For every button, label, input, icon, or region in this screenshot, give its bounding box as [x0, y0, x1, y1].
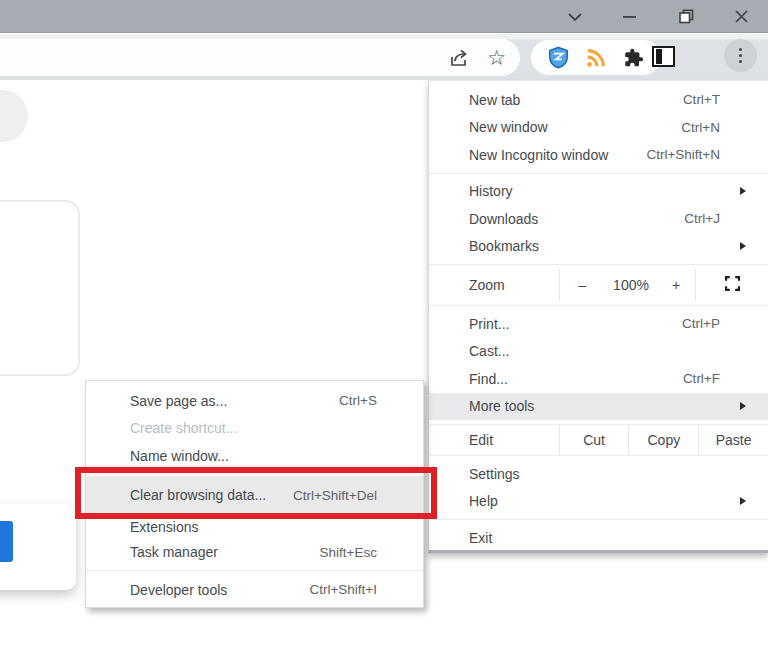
menu-item-bookmarks[interactable]: Bookmarks: [429, 233, 768, 261]
close-button[interactable]: [718, 0, 764, 33]
menu-item-label: New Incognito window: [469, 147, 608, 163]
menu-item-label: Print...: [469, 316, 509, 332]
menu-item-print[interactable]: Print... Ctrl+P: [429, 310, 768, 338]
side-panel-bar: [656, 49, 662, 64]
submenu-item-task-manager[interactable]: Task manager Shift+Esc: [86, 539, 423, 567]
window-chevron-button[interactable]: [552, 0, 598, 33]
menu-item-label: Exit: [469, 530, 492, 546]
menu-item-label: Cast...: [469, 343, 509, 359]
menu-item-new-incognito-window[interactable]: New Incognito window Ctrl+Shift+N: [429, 141, 768, 169]
zoom-label: Zoom: [429, 269, 559, 301]
restore-icon: [679, 9, 694, 24]
rss-extension-icon[interactable]: [585, 47, 607, 69]
menu-dot: [739, 60, 743, 64]
paste-button[interactable]: Paste: [698, 425, 768, 455]
submenu-separator: [86, 570, 423, 571]
submenu-item-label: Task manager: [130, 544, 218, 560]
browser-toolbar: ☆: [0, 34, 768, 80]
submenu-item-shortcut: Ctrl+S: [339, 393, 377, 408]
red-highlight-annotation: [75, 467, 437, 519]
copy-button[interactable]: Copy: [628, 425, 698, 455]
menu-separator: [429, 305, 768, 306]
submenu-arrow-icon: [740, 242, 746, 250]
menu-dot: [739, 54, 743, 58]
bookmark-star-icon[interactable]: ☆: [487, 47, 506, 68]
menu-item-shortcut: Ctrl+P: [682, 316, 720, 331]
submenu-item-label: Developer tools: [130, 582, 227, 598]
fullscreen-button[interactable]: [696, 269, 768, 301]
submenu-item-shortcut: Shift+Esc: [320, 545, 377, 560]
menu-separator: [429, 173, 768, 174]
menu-item-shortcut: Ctrl+J: [684, 211, 720, 226]
menu-item-shortcut: Ctrl+N: [681, 120, 720, 135]
menu-item-label: Downloads: [469, 211, 538, 227]
shield-extension-icon[interactable]: [548, 46, 569, 69]
menu-item-more-tools[interactable]: More tools: [429, 393, 768, 421]
browser-menu: New tab Ctrl+T New window Ctrl+N New Inc…: [428, 80, 768, 553]
address-bar[interactable]: ☆: [0, 39, 520, 76]
menu-item-shortcut: Ctrl+T: [683, 92, 720, 107]
menu-item-new-window[interactable]: New window Ctrl+N: [429, 114, 768, 142]
menu-item-label: New window: [469, 119, 548, 135]
close-icon: [735, 10, 748, 23]
submenu-item-shortcut: Ctrl+Shift+I: [309, 582, 377, 597]
submenu-item-label: Name window...: [130, 448, 229, 464]
extensions-puzzle-icon[interactable]: [624, 48, 644, 68]
zoom-level-value: 100%: [605, 269, 657, 301]
edit-label: Edit: [429, 425, 559, 455]
menu-item-find[interactable]: Find... Ctrl+F: [429, 365, 768, 393]
menu-separator: [429, 519, 768, 520]
menu-item-label: Help: [469, 493, 498, 509]
submenu-item-save-page-as[interactable]: Save page as... Ctrl+S: [86, 387, 423, 415]
menu-item-label: History: [469, 183, 513, 199]
extensions-pill: [531, 40, 661, 75]
chevron-down-icon: [567, 12, 583, 22]
menu-separator: [429, 264, 768, 265]
titlebar: [0, 0, 768, 33]
browser-menu-button[interactable]: [724, 39, 757, 72]
menu-item-label: Settings: [469, 466, 520, 482]
menu-item-shortcut: Ctrl+F: [683, 371, 720, 386]
fullscreen-icon: [725, 276, 740, 294]
cut-button[interactable]: Cut: [559, 425, 629, 455]
restore-button[interactable]: [663, 0, 709, 33]
minimize-icon: [623, 15, 637, 19]
share-icon[interactable]: [449, 48, 471, 68]
browser-window: ☆ New tab Ctrl+T New window C: [0, 0, 768, 647]
submenu-arrow-icon: [740, 497, 746, 505]
menu-item-settings[interactable]: Settings: [429, 460, 768, 488]
page-skeleton-blob: [0, 90, 28, 142]
menu-item-label: New tab: [469, 92, 520, 108]
submenu-arrow-icon: [740, 402, 746, 410]
submenu-item-name-window[interactable]: Name window...: [86, 442, 423, 470]
menu-item-label: Bookmarks: [469, 238, 539, 254]
submenu-item-label: Create shortcut...: [130, 420, 237, 436]
zoom-out-button[interactable]: –: [560, 269, 605, 301]
submenu-item-developer-tools[interactable]: Developer tools Ctrl+Shift+I: [86, 576, 423, 604]
submenu-arrow-icon: [740, 187, 746, 195]
menu-item-label: More tools: [469, 398, 534, 414]
menu-item-downloads[interactable]: Downloads Ctrl+J: [429, 205, 768, 233]
page-card-outline: [0, 200, 80, 376]
zoom-in-button[interactable]: +: [657, 269, 695, 301]
menu-edit-row: Edit Cut Copy Paste: [429, 424, 768, 456]
side-panel-icon[interactable]: [652, 46, 675, 67]
submenu-item-label: Save page as...: [130, 393, 227, 409]
submenu-item-label: Extensions: [130, 519, 198, 535]
menu-zoom-row: Zoom – 100% +: [429, 269, 768, 301]
menu-item-history[interactable]: History: [429, 178, 768, 206]
menu-item-exit[interactable]: Exit: [429, 524, 768, 552]
page-blue-element: [0, 521, 13, 562]
menu-item-help[interactable]: Help: [429, 488, 768, 516]
menu-item-new-tab[interactable]: New tab Ctrl+T: [429, 86, 768, 114]
submenu-item-create-shortcut: Create shortcut...: [86, 415, 423, 443]
menu-dot: [739, 48, 743, 52]
menu-item-cast[interactable]: Cast...: [429, 338, 768, 366]
menu-item-shortcut: Ctrl+Shift+N: [646, 147, 720, 162]
menu-item-label: Find...: [469, 371, 508, 387]
minimize-button[interactable]: [607, 0, 653, 33]
